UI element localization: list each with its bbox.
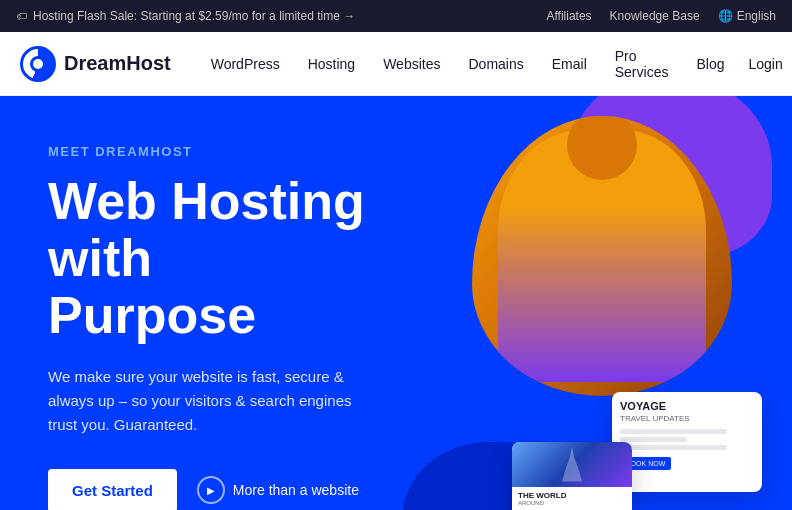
logo-icon	[20, 46, 56, 82]
hero-content: MEET DREAMHOST Web Hosting with Purpose …	[0, 96, 420, 510]
nav-email[interactable]: Email	[540, 48, 599, 80]
hero-get-started-button[interactable]: Get Started	[48, 469, 177, 510]
knowledge-base-link[interactable]: Knowledge Base	[610, 9, 700, 23]
top-bar-right: Affiliates Knowledge Base 🌐 English	[546, 9, 776, 23]
hero-title-line2: with Purpose	[48, 229, 256, 344]
globe-icon: 🌐	[718, 9, 733, 23]
meet-label: MEET DREAMHOST	[48, 144, 372, 159]
hero-actions: Get Started ▶ More than a website	[48, 469, 372, 510]
nav-right: Login Get Started	[736, 38, 792, 90]
affiliates-link[interactable]: Affiliates	[546, 9, 591, 23]
world-card: THE WORLD AROUND	[512, 442, 632, 510]
world-card-sub: AROUND	[518, 500, 626, 507]
navbar: DreamHost WordPress Hosting Websites Dom…	[0, 32, 792, 96]
hero-title-line1: Web Hosting	[48, 172, 365, 230]
top-bar: 🏷 Hosting Flash Sale: Starting at $2.59/…	[0, 0, 792, 32]
language-label: English	[737, 9, 776, 23]
world-card-text: THE WORLD AROUND	[512, 487, 632, 510]
tag-icon: 🏷	[16, 10, 27, 22]
login-button[interactable]: Login	[736, 48, 792, 80]
nav-links: WordPress Hosting Websites Domains Email…	[199, 40, 737, 88]
nav-domains[interactable]: Domains	[456, 48, 535, 80]
voyage-card-subtitle: TRAVEL UPDATES	[620, 414, 754, 423]
person-head	[567, 116, 637, 180]
voyage-line-1	[620, 429, 727, 434]
nav-pro-services[interactable]: Pro Services	[603, 40, 681, 88]
person-silhouette	[498, 130, 706, 382]
logo-link[interactable]: DreamHost	[20, 46, 171, 82]
hero-description: We make sure your website is fast, secur…	[48, 365, 368, 437]
nav-wordpress[interactable]: WordPress	[199, 48, 292, 80]
hero-section: MEET DREAMHOST Web Hosting with Purpose …	[0, 96, 792, 510]
hero-visual: VOYAGE TRAVEL UPDATES BOOK NOW THE WORLD…	[372, 96, 792, 510]
world-card-main: THE WORLD	[518, 491, 626, 501]
world-card-image	[512, 442, 632, 487]
promo-text: Hosting Flash Sale: Starting at $2.59/mo…	[33, 9, 355, 23]
hero-more-button[interactable]: ▶ More than a website	[197, 476, 359, 504]
nav-hosting[interactable]: Hosting	[296, 48, 367, 80]
hero-title: Web Hosting with Purpose	[48, 173, 372, 345]
voyage-card: VOYAGE TRAVEL UPDATES BOOK NOW	[612, 392, 762, 492]
eiffel-tower-icon	[562, 447, 582, 482]
nav-websites[interactable]: Websites	[371, 48, 452, 80]
play-icon: ▶	[197, 476, 225, 504]
logo-text: DreamHost	[64, 52, 171, 75]
language-selector[interactable]: 🌐 English	[718, 9, 776, 23]
nav-blog[interactable]: Blog	[684, 48, 736, 80]
promo-bar: 🏷 Hosting Flash Sale: Starting at $2.59/…	[16, 9, 355, 23]
voyage-card-title: VOYAGE	[620, 400, 754, 412]
hero-more-label: More than a website	[233, 482, 359, 498]
voyage-line-3	[620, 445, 727, 450]
